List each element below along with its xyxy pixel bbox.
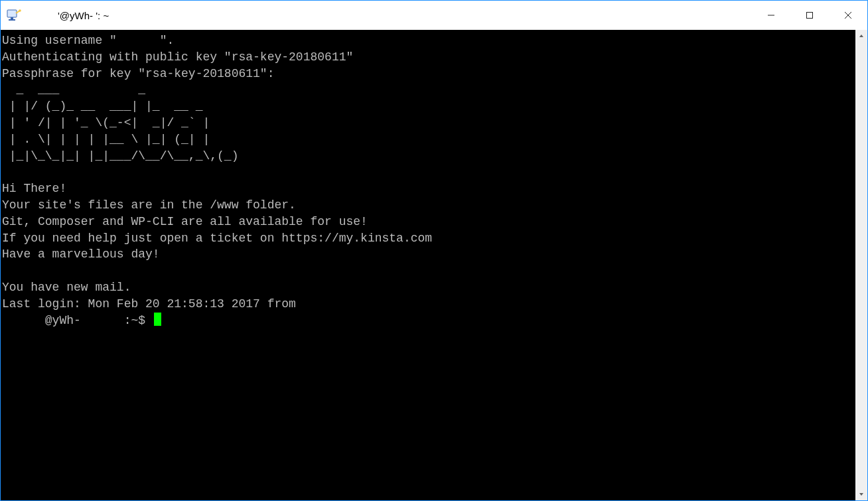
terminal-line: Last login: Mon Feb 20 21:58:13 2017 fro… <box>2 297 296 311</box>
terminal-line: Have a marvellous day! <box>2 248 160 261</box>
titlebar[interactable]: '@yWh- ': ~ <box>1 1 867 30</box>
svg-rect-1 <box>11 17 13 19</box>
terminal-line: |_|\_\_|_| |_|___/\__/\__,_\,(_) <box>2 149 238 163</box>
scroll-up-arrow-icon[interactable] <box>855 30 867 42</box>
shell-prompt: @yWh- :~$ <box>2 314 153 327</box>
maximize-button[interactable] <box>790 1 829 30</box>
terminal-line: You have new mail. <box>2 281 131 294</box>
vertical-scrollbar[interactable] <box>855 30 867 500</box>
terminal-line: Passphrase for key "rsa-key-20180611": <box>2 67 274 80</box>
scroll-down-arrow-icon[interactable] <box>855 488 867 500</box>
svg-point-3 <box>19 9 21 12</box>
cursor <box>154 313 161 326</box>
terminal-line: If you need help just open a ticket on h… <box>2 232 432 245</box>
svg-rect-0 <box>7 10 17 17</box>
putty-icon <box>6 7 22 23</box>
svg-rect-5 <box>807 13 813 19</box>
minimize-button[interactable] <box>752 1 790 30</box>
terminal-line: Authenticating with public key "rsa-key-… <box>2 50 353 64</box>
terminal-line: Your site's files are in the /www folder… <box>2 198 296 212</box>
svg-rect-2 <box>9 19 15 21</box>
window-controls <box>752 1 867 30</box>
terminal-line: | . \| | | | |__ \ |_| (_| | <box>2 133 210 146</box>
putty-window: '@yWh- ': ~ Using username " ". Authenti… <box>0 0 868 501</box>
terminal-line: Hi There! <box>2 182 66 195</box>
terminal-line: | |/ (_)_ __ ___| |_ __ _ <box>2 100 202 113</box>
client-area: Using username " ". Authenticating with … <box>1 30 867 500</box>
terminal-line: _ ___ _ <box>2 83 145 96</box>
close-button[interactable] <box>829 1 867 30</box>
terminal-line: Using username " ". <box>2 34 174 47</box>
terminal-line: Git, Composer and WP-CLI are all availab… <box>2 215 368 228</box>
titlebar-left: '@yWh- ': ~ <box>6 7 109 23</box>
window-title: '@yWh- ': ~ <box>31 10 109 21</box>
terminal-line: | ' /| | '_ \(_-<| _|/ _` | <box>2 116 210 129</box>
terminal[interactable]: Using username " ". Authenticating with … <box>1 30 855 500</box>
